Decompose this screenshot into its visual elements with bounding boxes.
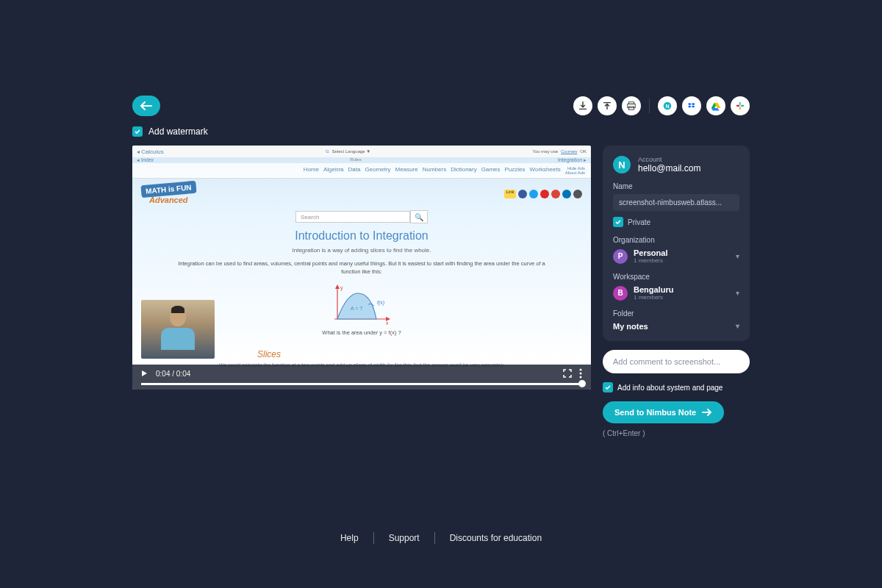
progress-bar[interactable]: [141, 383, 582, 385]
private-checkbox[interactable]: [613, 217, 623, 227]
watermark-checkbox[interactable]: [132, 126, 143, 137]
fullscreen-button[interactable]: [563, 369, 572, 379]
system-info-label: Add info about system and page: [617, 384, 723, 392]
dropbox-icon[interactable]: [682, 96, 701, 115]
shortcut-hint: ( Ctrl+Enter ): [603, 429, 750, 437]
footer: Help Support Discounts for education: [0, 532, 882, 544]
private-label: Private: [628, 218, 650, 226]
chevron-down-icon: ▾: [736, 289, 739, 297]
video-time: 0:04 / 0:04: [156, 370, 190, 378]
system-info-checkbox[interactable]: [603, 382, 613, 392]
upload-icon[interactable]: [598, 96, 617, 115]
svg-text:N: N: [665, 104, 669, 109]
svg-point-19: [580, 376, 582, 378]
comment-input[interactable]: Add comment to screenshot...: [603, 350, 750, 373]
workspace-label: Workspace: [613, 273, 739, 281]
webcam-overlay: [141, 300, 215, 359]
google-drive-icon[interactable]: [706, 96, 725, 115]
account-avatar: N: [613, 156, 631, 173]
icon-separator: [649, 98, 650, 113]
slack-icon[interactable]: [731, 96, 750, 115]
svg-point-18: [580, 372, 582, 374]
svg-rect-6: [741, 105, 744, 107]
workspace-select[interactable]: B Bengaluru 1 members ▾: [613, 285, 739, 301]
send-button[interactable]: Send to Nimbus Note: [603, 401, 724, 423]
svg-marker-10: [335, 284, 340, 289]
chevron-down-icon: ▾: [736, 252, 739, 260]
svg-text:f(x): f(x): [377, 300, 384, 306]
print-icon[interactable]: [622, 96, 641, 115]
play-button[interactable]: [141, 370, 148, 379]
folder-select[interactable]: My notes ▾: [613, 322, 739, 331]
watermark-label: Add watermark: [148, 126, 208, 137]
svg-text:A = ?: A = ?: [351, 306, 362, 311]
folder-label: Folder: [613, 309, 739, 318]
name-input[interactable]: screenshot-nimbusweb.atlass...: [613, 194, 739, 211]
video-menu-button[interactable]: [579, 368, 582, 380]
svg-point-17: [580, 368, 582, 370]
organization-label: Organization: [613, 236, 739, 244]
account-email: hello@mail.com: [638, 163, 701, 173]
details-panel: N Account hello@mail.com Name screenshot…: [603, 146, 750, 341]
svg-text:y: y: [340, 285, 343, 291]
nimbus-icon[interactable]: N: [658, 96, 677, 115]
back-button[interactable]: [132, 96, 160, 116]
footer-support-link[interactable]: Support: [374, 533, 434, 543]
download-icon[interactable]: [573, 96, 592, 115]
svg-rect-7: [739, 107, 741, 110]
svg-text:x: x: [386, 320, 389, 326]
footer-help-link[interactable]: Help: [326, 533, 373, 543]
footer-discounts-link[interactable]: Discounts for education: [435, 533, 556, 543]
chevron-down-icon: ▾: [736, 322, 739, 331]
svg-rect-8: [736, 105, 739, 107]
account-label: Account: [638, 156, 701, 163]
svg-rect-5: [739, 102, 741, 105]
organization-select[interactable]: P Personal 1 members ▾: [613, 248, 739, 264]
video-player[interactable]: ◂ Calculus GSelect Language ▼ You may us…: [132, 146, 591, 390]
name-label: Name: [613, 182, 739, 190]
